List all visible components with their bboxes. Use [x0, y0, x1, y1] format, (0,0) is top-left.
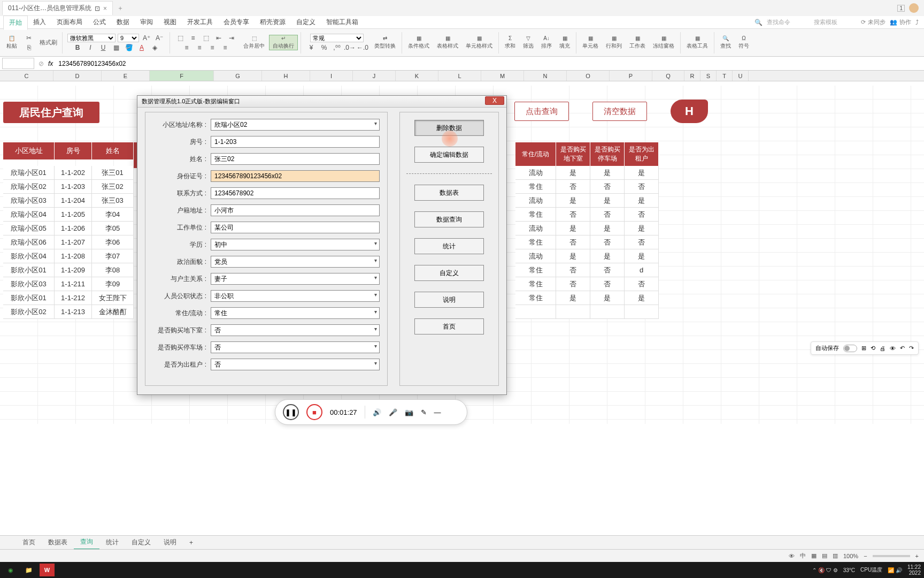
form-field-8[interactable]: 党员: [211, 256, 380, 268]
format-painter[interactable]: 格式刷: [37, 39, 59, 47]
cell[interactable]: 欣瑞小区01: [3, 166, 55, 180]
col-header-S[interactable]: S: [700, 71, 717, 81]
pause-icon[interactable]: ❚❚: [283, 404, 299, 420]
cell[interactable]: 流动: [515, 194, 556, 208]
font-size-select[interactable]: 9: [118, 34, 139, 42]
cell[interactable]: 常住: [515, 291, 556, 305]
tb-redo-icon[interactable]: ↷: [909, 345, 914, 352]
cell[interactable]: 是: [556, 222, 590, 235]
align-top-icon[interactable]: ⬚: [175, 34, 186, 42]
tb-undo-icon[interactable]: ↶: [900, 345, 905, 352]
user-avatar[interactable]: [909, 3, 919, 13]
cell[interactable]: 是: [625, 194, 659, 208]
fx-cancel-icon[interactable]: ⊘: [36, 60, 46, 67]
dialog-button-4[interactable]: 统计: [414, 238, 484, 254]
underline-icon[interactable]: U: [98, 43, 109, 52]
cell[interactable]: 是: [590, 249, 625, 263]
cell[interactable]: 1-1-202: [55, 166, 92, 180]
cell[interactable]: 是: [625, 291, 659, 305]
cell[interactable]: 否: [590, 180, 625, 194]
cell[interactable]: 否: [625, 277, 659, 291]
col-header-E[interactable]: E: [102, 71, 150, 81]
form-field-3[interactable]: 12345678901234​56x02: [211, 170, 380, 182]
cell[interactable]: 欣瑞小区06: [3, 235, 55, 249]
form-field-13[interactable]: 否: [211, 341, 380, 353]
type-convert-button[interactable]: ⇄类型转换: [371, 35, 399, 50]
form-field-9[interactable]: 妻子: [211, 273, 380, 285]
cell[interactable]: 李08: [92, 263, 134, 277]
freeze-button[interactable]: ▦冻结窗格: [650, 35, 677, 50]
volume-icon[interactable]: 🔊: [373, 408, 381, 416]
tb-icon-3[interactable]: 🖨: [880, 345, 886, 352]
cell[interactable]: 否: [556, 180, 590, 194]
sheet-tab-0[interactable]: 首页: [16, 536, 42, 549]
cell[interactable]: 常住: [515, 208, 556, 222]
cell[interactable]: 是: [590, 194, 625, 208]
form-field-10[interactable]: 非公职: [211, 290, 380, 302]
sort-button[interactable]: A↓排序: [538, 35, 555, 50]
tab-pin-icon[interactable]: ⊡: [95, 5, 100, 12]
cell[interactable]: 金沐酪酊: [92, 305, 134, 319]
ribbon-tab-1[interactable]: 插入: [28, 16, 51, 29]
col-header-P[interactable]: P: [610, 71, 652, 81]
col-header-R[interactable]: R: [684, 71, 700, 81]
fx-icon[interactable]: fx: [46, 60, 55, 67]
document-tab[interactable]: 011-小区住…员信息管理系统 ⊡ ×: [2, 1, 113, 15]
view-page-icon[interactable]: ▤: [822, 552, 827, 559]
cell[interactable]: 欣瑞小区05: [3, 222, 55, 235]
sheet-tab-2[interactable]: 查询: [74, 535, 99, 550]
pen-icon[interactable]: ✎: [421, 408, 427, 416]
cell[interactable]: 是: [556, 166, 590, 180]
search-icon[interactable]: 🔍: [754, 19, 763, 26]
cell[interactable]: 1-1-213: [55, 305, 92, 319]
new-tab-button[interactable]: ＋: [113, 2, 128, 15]
cell[interactable]: 否: [556, 208, 590, 222]
dialog-button-2[interactable]: 数据表: [414, 185, 484, 201]
align-middle-icon[interactable]: ≡: [188, 34, 198, 42]
dialog-button-1[interactable]: 确定编辑数据: [414, 147, 484, 163]
cell[interactable]: 是: [625, 166, 659, 180]
auto-wrap-button[interactable]: ↵自动换行: [269, 35, 298, 50]
ribbon-tab-3[interactable]: 公式: [88, 16, 111, 29]
cell[interactable]: [625, 305, 659, 319]
symbol-button[interactable]: Ω符号: [735, 35, 752, 50]
cell[interactable]: 女王陛下: [92, 291, 134, 305]
cell[interactable]: 否: [556, 235, 590, 249]
align-justify-icon[interactable]: ≡: [220, 43, 230, 52]
ribbon-tab-4[interactable]: 数据: [111, 16, 135, 29]
cell[interactable]: 1-1-205: [55, 208, 92, 222]
cell[interactable]: 1-1-209: [55, 263, 92, 277]
dialog-button-7[interactable]: 首页: [414, 318, 484, 334]
sheet-button[interactable]: ▦工作表: [626, 35, 649, 50]
cell-button[interactable]: ▦单元格: [579, 35, 602, 50]
col-header-O[interactable]: O: [567, 71, 610, 81]
align-bottom-icon[interactable]: ⬚: [201, 34, 211, 42]
screen-recorder-bar[interactable]: ❚❚ ■ 00:01:27 🔊 🎤 📷 ✎ —: [275, 399, 467, 425]
indent-dec-icon[interactable]: ⇤: [213, 34, 224, 42]
percent-icon[interactable]: %: [319, 43, 329, 52]
dec-dec-icon[interactable]: ←.0: [357, 43, 368, 52]
cell[interactable]: 流动: [515, 166, 556, 180]
cell[interactable]: 张三03: [92, 194, 134, 208]
cell[interactable]: d: [625, 263, 659, 277]
cell[interactable]: 流动: [515, 222, 556, 235]
cell[interactable]: [556, 305, 590, 319]
collab-button[interactable]: 👥 协作: [890, 18, 911, 26]
cell[interactable]: 常住: [515, 277, 556, 291]
stop-record-icon[interactable]: ■: [306, 404, 322, 420]
cell[interactable]: 否: [590, 263, 625, 277]
dialog-button-6[interactable]: 说明: [414, 292, 484, 308]
copy-icon[interactable]: ⎘: [24, 43, 34, 52]
ime-icon[interactable]: 中: [800, 552, 806, 560]
cell[interactable]: 是: [556, 194, 590, 208]
cut-icon[interactable]: ✂: [24, 34, 34, 42]
cell[interactable]: 是: [625, 249, 659, 263]
cell[interactable]: 李09: [92, 277, 134, 291]
cell[interactable]: [590, 305, 625, 319]
ribbon-tab-6[interactable]: 视图: [158, 16, 182, 29]
phonetic-icon[interactable]: ◈: [149, 43, 160, 52]
clear-button[interactable]: 清空数据: [592, 102, 647, 121]
fill-color-icon[interactable]: 🪣: [124, 43, 134, 52]
merge-center-button[interactable]: ⬚合并居中: [240, 35, 268, 50]
cell[interactable]: 否: [625, 208, 659, 222]
